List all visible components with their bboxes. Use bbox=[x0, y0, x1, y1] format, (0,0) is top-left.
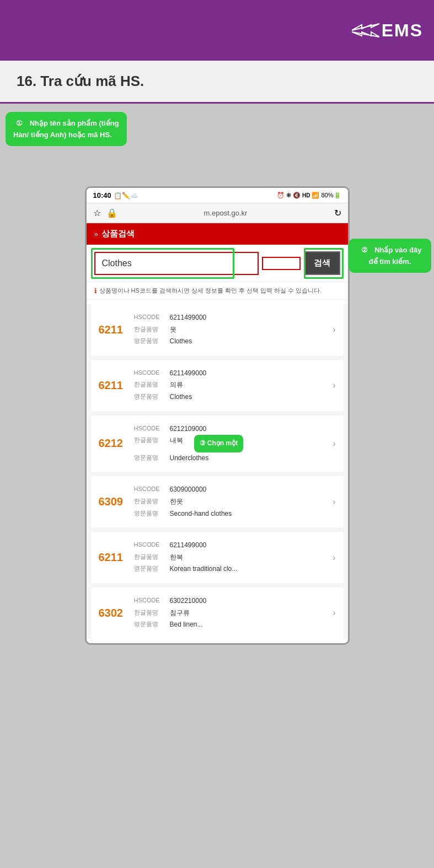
result-code: 6212 bbox=[99, 437, 126, 450]
value-korean: 의류 bbox=[170, 379, 183, 391]
value-english: Clothes bbox=[170, 336, 192, 348]
svg-marker-0 bbox=[352, 24, 379, 30]
refresh-icon[interactable]: ↻ bbox=[334, 208, 341, 218]
result-code: 6211 bbox=[99, 551, 126, 564]
result-item[interactable]: 6211 HSCODE 6211499000 한글품명 한복 영문품명 Kore… bbox=[91, 532, 344, 583]
status-icons: 📋✏️☁️ bbox=[114, 192, 138, 200]
battery-display: 80%🔋 bbox=[321, 192, 341, 199]
result-row-english: 영문품명 Clothes bbox=[134, 391, 325, 403]
result-row-hscode: HSCODE 6212109000 bbox=[134, 423, 325, 435]
value-english: Underclothes bbox=[170, 452, 209, 465]
annotation-2-text: Nhấp vào đây để tìm kiếm. bbox=[369, 246, 422, 266]
result-row-english: 영문품명 Second-hand clothes bbox=[134, 508, 325, 520]
value-hscode: 6309000000 bbox=[170, 484, 207, 496]
label-hscode: HSCODE bbox=[134, 368, 164, 380]
value-english: Second-hand clothes bbox=[170, 508, 232, 520]
result-row-english: 영문품명 Underclothes bbox=[134, 452, 325, 465]
result-row-hscode: HSCODE 6309000000 bbox=[134, 484, 325, 496]
time-display: 10:40 bbox=[93, 191, 111, 200]
section-title-bar: 16. Tra cứu mã HS. bbox=[0, 61, 434, 104]
label-english: 영문품명 bbox=[134, 563, 164, 575]
label-english: 영문품명 bbox=[134, 452, 164, 465]
result-row-english: 영문품명 Clothes bbox=[134, 336, 325, 348]
chevrons-icon: » bbox=[94, 230, 98, 238]
result-item[interactable]: 6211 HSCODE 6211499000 한글품명 옷 영문품명 Cloth… bbox=[91, 304, 344, 355]
result-item[interactable]: 6212 HSCODE 6212109000 한글품명 내복 ③ Chọn mộ… bbox=[91, 416, 344, 472]
annotation-1-number: ① bbox=[13, 117, 25, 130]
label-hscode: HSCODE bbox=[134, 312, 164, 324]
main-content: ① Nhập tên sản phẩm (tiếng Hàn/ tiếng An… bbox=[0, 104, 434, 667]
annotation-1-bubble: ① Nhập tên sản phẩm (tiếng Hàn/ tiếng An… bbox=[6, 112, 127, 146]
result-row-english: 영문품명 Bed linen... bbox=[134, 619, 325, 631]
result-row-korean: 한글품명 침구류 bbox=[134, 607, 325, 619]
value-korean: 한옷 bbox=[170, 496, 183, 508]
search-header-text: 상품검색 bbox=[101, 229, 135, 239]
result-list: 6211 HSCODE 6211499000 한글품명 옷 영문품명 Cloth… bbox=[87, 304, 348, 639]
value-english: Clothes bbox=[170, 391, 192, 403]
value-hscode: 6211499000 bbox=[170, 312, 207, 324]
label-korean: 한글품명 bbox=[134, 552, 164, 564]
chevron-right-icon: › bbox=[333, 380, 335, 390]
svg-marker-1 bbox=[352, 32, 379, 37]
search-input[interactable] bbox=[94, 252, 259, 275]
result-row-korean: 한글품명 내복 ③ Chọn một bbox=[134, 435, 325, 452]
result-details: HSCODE 6212109000 한글품명 내복 ③ Chọn một 영문품… bbox=[134, 423, 325, 465]
chevron-right-icon: › bbox=[333, 439, 335, 449]
result-row-korean: 한글품명 의류 bbox=[134, 379, 325, 391]
result-item[interactable]: 6211 HSCODE 6211499000 한글품명 의류 영문품명 Clot… bbox=[91, 360, 344, 411]
value-english: Bed linen... bbox=[170, 619, 203, 631]
result-row-hscode: HSCODE 6302210000 bbox=[134, 595, 325, 607]
annotation-1-text: Nhập tên sản phẩm (tiếng Hàn/ tiếng Anh)… bbox=[13, 119, 119, 139]
status-right: ⏰ ❋ 🔇 HD 📶 80%🔋 bbox=[277, 192, 341, 199]
volume-icon: 🔇 bbox=[293, 192, 301, 199]
star-icon[interactable]: ☆ bbox=[93, 208, 101, 218]
result-details: HSCODE 6211499000 한글품명 옷 영문품명 Clothes bbox=[134, 312, 325, 348]
browser-bar: ☆ 🔒 m.epost.go.kr ↻ bbox=[87, 203, 348, 223]
search-input-middle[interactable] bbox=[262, 257, 301, 270]
value-korean: 한복 bbox=[170, 552, 183, 564]
section-title: 16. Tra cứu mã HS. bbox=[17, 73, 417, 90]
label-korean: 한글품명 bbox=[134, 607, 164, 619]
label-korean: 한글품명 bbox=[134, 324, 164, 336]
label-english: 영문품명 bbox=[134, 336, 164, 348]
info-icon: ℹ bbox=[94, 287, 97, 295]
result-code: 6309 bbox=[99, 495, 126, 508]
value-korean: 내복 bbox=[170, 435, 183, 452]
bluetooth-icon: ❋ bbox=[286, 192, 291, 199]
value-hscode: 6212109000 bbox=[170, 423, 207, 435]
value-english: Korean traditional clo... bbox=[170, 563, 238, 575]
alarm-icon: ⏰ bbox=[277, 192, 285, 199]
info-text: ℹ 상품명이나 HS코드를 검색하시면 상세 정보를 확인 후 선택 입력 하실… bbox=[87, 282, 348, 300]
label-korean: 한글품명 bbox=[134, 379, 164, 391]
annotation-2-number: ② bbox=[358, 244, 371, 256]
chevron-right-icon: › bbox=[333, 497, 335, 507]
url-display[interactable]: m.epost.go.kr bbox=[123, 209, 329, 217]
label-hscode: HSCODE bbox=[134, 540, 164, 552]
label-english: 영문품명 bbox=[134, 391, 164, 403]
annotation-2-bubble: ② Nhấp vào đây để tìm kiếm. bbox=[349, 239, 431, 273]
label-hscode: HSCODE bbox=[134, 595, 164, 607]
search-area: 검색 bbox=[87, 245, 348, 282]
result-details: HSCODE 6211499000 한글품명 의류 영문품명 Clothes bbox=[134, 368, 325, 403]
search-button[interactable]: 검색 bbox=[304, 251, 340, 275]
annotation-3-number: ③ bbox=[200, 439, 206, 447]
annotation-3-bubble: ③ Chọn một bbox=[194, 435, 244, 452]
result-item[interactable]: 6309 HSCODE 6309000000 한글품명 한옷 영문품명 Seco… bbox=[91, 476, 344, 527]
label-english: 영문품명 bbox=[134, 619, 164, 631]
label-korean: 한글품명 bbox=[134, 496, 164, 508]
result-item[interactable]: 6302 HSCODE 6302210000 한글품명 침구류 영문품명 Bed… bbox=[91, 587, 344, 639]
search-area-wrapper: 검색 bbox=[87, 245, 348, 282]
label-english: 영문품명 bbox=[134, 508, 164, 520]
status-bar: 10:40 📋✏️☁️ ⏰ ❋ 🔇 HD 📶 80%🔋 bbox=[87, 188, 348, 203]
battery-percent: 80% bbox=[321, 192, 333, 198]
result-row-korean: 한글품명 한복 bbox=[134, 552, 325, 564]
result-details: HSCODE 6211499000 한글품명 한복 영문품명 Korean tr… bbox=[134, 540, 325, 575]
value-hscode: 6302210000 bbox=[170, 595, 207, 607]
result-details: HSCODE 6309000000 한글품명 한옷 영문품명 Second-ha… bbox=[134, 484, 325, 520]
label-korean: 한글품명 bbox=[134, 435, 164, 452]
lock-icon: 🔒 bbox=[106, 208, 117, 218]
value-hscode: 6211499000 bbox=[170, 540, 207, 552]
hd-icon: HD bbox=[302, 192, 310, 198]
phone-mockup: 10:40 📋✏️☁️ ⏰ ❋ 🔇 HD 📶 80%🔋 ☆ 🔒 m.epost.… bbox=[85, 186, 350, 645]
annotation-3-text: Chọn một bbox=[207, 439, 238, 447]
